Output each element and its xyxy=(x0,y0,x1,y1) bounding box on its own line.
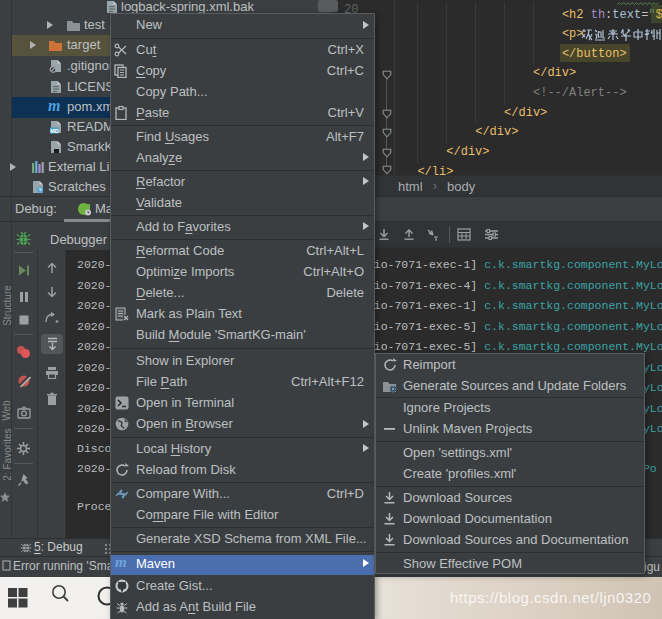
svg-text:MD: MD xyxy=(50,128,59,134)
